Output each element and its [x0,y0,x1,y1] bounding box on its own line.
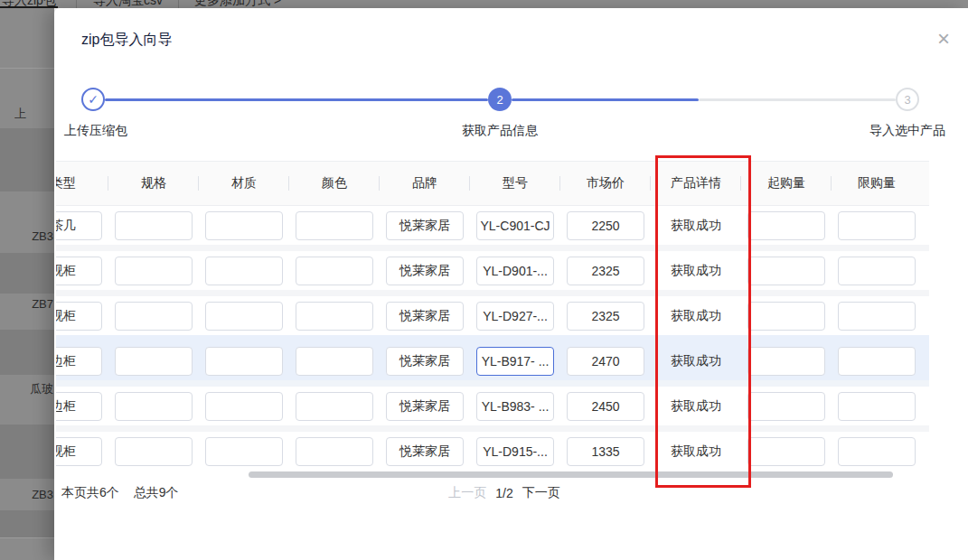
step-connector-progress [512,98,699,101]
cell-input-brand[interactable]: 悦莱家居 [386,347,464,376]
step-3-label: 导入选中产品 [869,123,945,139]
table-cell: 2450 [560,392,651,421]
cell-input-brand[interactable]: 悦莱家居 [386,302,464,331]
cell-input-material[interactable] [205,437,283,466]
cell-input-brand[interactable]: 悦莱家居 [386,257,464,285]
table-cell [199,437,289,466]
tab-more-add-methods[interactable]: 更多添加方式 > [194,0,281,7]
cell-input-material[interactable] [205,392,283,421]
table-summary: 本页共6个 总共9个 [61,485,179,501]
cell-input-color[interactable] [296,347,373,376]
cell-input-price[interactable]: 2325 [567,257,644,285]
table-cell [108,211,199,240]
cell-input-price[interactable]: 1335 [567,437,644,466]
detail-status-text: 获取成功 [671,353,721,369]
cell-input-brand[interactable]: 悦莱家居 [386,392,464,421]
cell-input-min_qty[interactable] [747,302,825,331]
page-count-label: 本页共6个 [61,485,119,501]
cell-input-material[interactable] [205,302,283,331]
cell-input-price[interactable]: 2250 [567,211,644,240]
table-cell: 边柜 [56,347,108,376]
cell-input-min_qty[interactable] [747,437,825,466]
table-cell: YL-D915-... [470,437,560,466]
cell-input-spec[interactable] [115,347,193,376]
close-icon[interactable]: × [937,28,950,50]
cell-input-max_qty[interactable] [838,347,916,376]
cell-input-type[interactable]: 茶几 [56,211,102,240]
table-cell [289,211,380,240]
cell-input-model[interactable]: YL-C901-CJ [476,211,554,240]
cell-input-color[interactable] [296,437,373,466]
cell-input-model[interactable]: YL-D915-... [476,437,554,466]
table-row: 边柜悦莱家居YL-B983- ...2450获取成功 [56,387,929,432]
table-row: 边柜悦莱家居YL-B917- ...2470获取成功 [56,341,929,387]
cell-input-spec[interactable] [115,257,193,285]
tab-divider [76,0,77,8]
table-cell: 获取成功 [651,398,741,415]
sidebar-item-thumbnail [0,425,54,479]
dialog-title: zip包导入向导 [81,31,172,50]
step-connector-pending [699,98,896,101]
cell-input-max_qty[interactable] [838,211,916,240]
cell-input-type[interactable]: 视柜 [56,302,102,331]
cell-input-max_qty[interactable] [838,257,916,285]
cell-input-color[interactable] [296,302,373,331]
cell-input-brand[interactable]: 悦莱家居 [386,211,464,240]
cell-input-model[interactable]: YL-B983- ... [476,392,554,421]
detail-status-text: 获取成功 [671,398,721,415]
cell-input-min_qty[interactable] [747,257,825,285]
tab-divider [178,0,179,8]
cell-input-type[interactable]: 边柜 [56,347,102,376]
cell-input-type[interactable]: 边柜 [56,392,102,421]
table-cell [289,302,380,331]
tab-import-taobao-csv[interactable]: 导入淘宝csv [93,0,163,7]
cell-input-max_qty[interactable] [838,302,916,331]
cell-input-color[interactable] [296,257,373,285]
table-cell: 视柜 [56,302,108,331]
table-body: 茶几悦莱家居YL-C901-CJ2250获取成功视柜悦莱家居YL-D901-..… [56,206,929,471]
next-page-button[interactable]: 下一页 [522,485,560,501]
horizontal-scrollbar[interactable] [249,471,893,478]
cell-input-material[interactable] [205,257,283,285]
cell-input-spec[interactable] [115,392,193,421]
cell-input-model[interactable]: YL-B917- ... [476,347,554,376]
cell-input-spec[interactable] [115,437,193,466]
column-header: 颜色 [289,175,380,191]
cell-input-price[interactable]: 2450 [567,392,644,421]
cell-input-spec[interactable] [115,211,193,240]
table-cell [741,347,832,376]
cell-input-material[interactable] [205,347,283,376]
cell-input-spec[interactable] [115,302,193,331]
cell-input-model[interactable]: YL-D927-... [476,302,554,331]
cell-input-model[interactable]: YL-D901-... [476,257,554,285]
table-cell [832,437,922,466]
cell-input-min_qty[interactable] [747,392,825,421]
table-cell [832,211,922,240]
background-sidebar: 上 ZB3 ZB7 瓜玻 ZB3 [0,8,54,560]
table-cell: 获取成功 [651,353,741,369]
prev-page-button[interactable]: 上一页 [448,485,486,501]
cell-input-min_qty[interactable] [747,347,825,376]
table-cell [832,392,922,421]
table-cell: 2325 [560,302,651,331]
cell-input-max_qty[interactable] [838,437,916,466]
cell-input-price[interactable]: 2470 [567,347,644,376]
table-cell: YL-C901-CJ [470,211,560,240]
column-header: 产品详情 [651,175,741,191]
table-cell: 2470 [560,347,651,376]
cell-input-material[interactable] [205,211,283,240]
pagination: 上一页 1/2 下一页 [448,485,559,501]
sidebar-text-fragment: ZB7 [0,297,53,311]
table-cell [199,302,289,331]
cell-input-type[interactable]: 视柜 [56,257,102,285]
cell-input-min_qty[interactable] [747,211,825,240]
cell-input-color[interactable] [296,211,373,240]
cell-input-color[interactable] [296,392,373,421]
cell-input-type[interactable]: 视柜 [56,437,102,466]
cell-input-max_qty[interactable] [838,392,916,421]
table-cell: YL-D927-... [470,302,560,331]
sidebar-text-fragment: ZB3 [0,229,53,243]
cell-input-brand[interactable]: 悦莱家居 [386,437,464,466]
table-cell [199,347,289,376]
cell-input-price[interactable]: 2325 [567,302,644,331]
